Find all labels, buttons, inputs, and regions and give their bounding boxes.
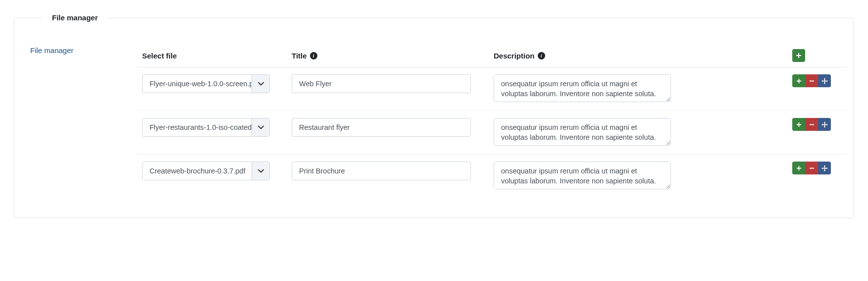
sidebar: File manager bbox=[20, 42, 124, 198]
row-remove-button[interactable] bbox=[805, 118, 818, 131]
header-description-text: Description bbox=[494, 52, 535, 60]
row-actions bbox=[792, 118, 831, 131]
header-select-file: Select file bbox=[142, 52, 284, 60]
row-actions bbox=[792, 74, 831, 87]
row-remove-button[interactable] bbox=[805, 162, 818, 174]
main-panel: Select file Title i Description i bbox=[136, 42, 848, 198]
file-select-value[interactable]: Flyer-unique-web-1.0.0-screen.pdf bbox=[142, 74, 270, 93]
row-move-button[interactable] bbox=[818, 74, 831, 87]
add-row-button[interactable] bbox=[792, 49, 805, 62]
file-select-value[interactable]: Createweb-brochure-0.3.7.pdf bbox=[142, 162, 270, 180]
header-title-text: Title bbox=[292, 52, 307, 60]
chevron-down-icon[interactable] bbox=[252, 118, 269, 136]
plus-icon bbox=[796, 166, 802, 171]
table-row: Flyer-unique-web-1.0.0-screen.pdf onsequ… bbox=[136, 67, 848, 111]
row-remove-button[interactable] bbox=[805, 74, 818, 87]
file-select-value[interactable]: Flyer-restaurants-1.0-iso-coated-v2.pdf bbox=[142, 118, 270, 137]
info-icon[interactable]: i bbox=[310, 52, 317, 59]
file-select[interactable]: Flyer-unique-web-1.0.0-screen.pdf bbox=[142, 74, 270, 93]
description-input[interactable]: onsequatur ipsum rerum officia ut magni … bbox=[494, 118, 671, 146]
file-select[interactable]: Flyer-restaurants-1.0-iso-coated-v2.pdf bbox=[142, 118, 270, 137]
row-add-button[interactable] bbox=[792, 74, 805, 87]
plus-icon bbox=[796, 122, 802, 127]
header-title: Title i bbox=[292, 52, 486, 60]
minus-icon bbox=[809, 122, 815, 127]
header-description: Description i bbox=[494, 52, 784, 60]
fieldset-legend: File manager bbox=[42, 13, 108, 22]
info-icon[interactable]: i bbox=[538, 52, 545, 59]
table-header-row: Select file Title i Description i bbox=[136, 42, 848, 67]
table-row: Flyer-restaurants-1.0-iso-coated-v2.pdf … bbox=[136, 111, 848, 155]
plus-icon bbox=[796, 53, 802, 58]
row-move-button[interactable] bbox=[818, 162, 831, 174]
row-move-button[interactable] bbox=[818, 118, 831, 131]
description-input[interactable]: onsequatur ipsum rerum officia ut magni … bbox=[494, 74, 671, 102]
file-select[interactable]: Createweb-brochure-0.3.7.pdf bbox=[142, 162, 270, 180]
svg-rect-1 bbox=[809, 124, 814, 125]
chevron-down-icon[interactable] bbox=[252, 75, 269, 93]
row-add-button[interactable] bbox=[792, 162, 805, 174]
row-actions bbox=[792, 162, 831, 174]
sidebar-item-file-manager[interactable]: File manager bbox=[30, 42, 124, 58]
plus-icon bbox=[796, 78, 802, 84]
table-row: Createweb-brochure-0.3.7.pdf onsequatur … bbox=[136, 155, 848, 198]
chevron-down-icon[interactable] bbox=[252, 162, 269, 180]
title-input[interactable] bbox=[292, 118, 471, 137]
minus-icon bbox=[809, 166, 815, 171]
svg-rect-0 bbox=[809, 80, 814, 81]
move-icon bbox=[821, 121, 828, 128]
move-icon bbox=[821, 78, 828, 84]
svg-rect-2 bbox=[809, 168, 814, 169]
row-add-button[interactable] bbox=[792, 118, 805, 131]
title-input[interactable] bbox=[292, 162, 471, 180]
layout: File manager Select file Title i Descrip… bbox=[20, 30, 848, 198]
title-input[interactable] bbox=[292, 74, 471, 93]
move-icon bbox=[821, 165, 828, 171]
file-manager-fieldset: File manager File manager Select file Ti… bbox=[14, 18, 854, 218]
description-input[interactable]: onsequatur ipsum rerum officia ut magni … bbox=[494, 162, 671, 189]
minus-icon bbox=[809, 78, 815, 84]
